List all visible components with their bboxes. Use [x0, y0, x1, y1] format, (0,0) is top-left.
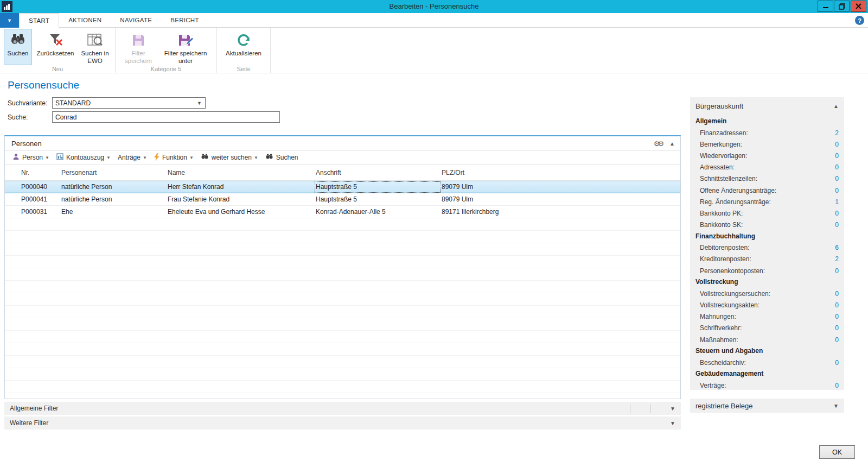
- cell-anschrift[interactable]: Hauptstraße 5: [314, 193, 442, 206]
- table-row[interactable]: P000031 Ehe Eheleute Eva und Gerhard Hes…: [5, 206, 680, 218]
- factbox-item-value-link[interactable]: 6: [835, 244, 839, 251]
- chevron-down-icon[interactable]: ▼: [670, 406, 675, 412]
- table-row[interactable]: P000040 natürliche Person Herr Stefan Ko…: [5, 181, 680, 193]
- factbox-item: Maßnahmen: 0: [690, 334, 844, 345]
- table-row[interactable]: P000041 natürliche Person Frau Stefanie …: [5, 193, 680, 206]
- ribbon-group-seite: Aktualisieren Seite: [217, 28, 271, 73]
- factbox-item-value-link[interactable]: 0: [835, 141, 839, 148]
- antraege-menu-button[interactable]: Anträge ▼: [116, 152, 152, 163]
- divider: [650, 404, 650, 413]
- factbox-item-label: Offene Änderungsanträge:: [700, 187, 835, 194]
- funktion-menu-label: Funktion: [162, 154, 187, 161]
- tab-navigate[interactable]: NAVIGATE: [111, 13, 161, 28]
- cell-anschrift[interactable]: Hauptstraße 5: [314, 181, 442, 193]
- funktion-menu-button[interactable]: Funktion ▼: [152, 152, 199, 163]
- factbox-item-value-link[interactable]: 0: [835, 359, 839, 367]
- cell-anschrift[interactable]: Konrad-Adenauer-Alle 5: [314, 206, 442, 218]
- cell-plz-ort[interactable]: 89079 Ulm: [442, 193, 680, 206]
- factbox-item-value-link[interactable]: 0: [835, 336, 839, 344]
- factbox-item: Bescheidarchiv: 0: [690, 357, 844, 368]
- factbox-item-value-link[interactable]: 1: [835, 198, 839, 206]
- cell-personenart[interactable]: natürliche Person: [61, 181, 168, 193]
- column-header-personenart[interactable]: Personenart: [61, 169, 168, 176]
- filter-speichern-unter-button[interactable]: Filter speichern unter: [158, 29, 213, 65]
- factbox-item-label: Schriftverkehr:: [700, 324, 835, 332]
- column-header-name[interactable]: Name: [168, 169, 314, 176]
- weitere-filter-label: Weitere Filter: [10, 419, 48, 427]
- factbox-item-value-link[interactable]: 0: [835, 313, 839, 320]
- factbox-item: Vollstreckungsersuchen: 0: [690, 288, 844, 299]
- factbox-item-value-link[interactable]: 2: [835, 129, 839, 137]
- suchvariante-label: Suchvariante:: [8, 99, 47, 107]
- weitere-filter-bar[interactable]: Weitere Filter ▼: [4, 416, 681, 430]
- suchen-button[interactable]: Suchen: [4, 29, 32, 65]
- tab-start[interactable]: START: [19, 13, 59, 28]
- settings-gears-icon[interactable]: ⚙⚙: [654, 140, 662, 148]
- factbox-item-value-link[interactable]: 2: [835, 255, 839, 263]
- cell-name[interactable]: Herr Stefan Konrad: [168, 181, 314, 193]
- factbox-item-label: Reg. Änderungsanträge:: [700, 198, 835, 206]
- collapse-chevron-up-icon[interactable]: ▲: [669, 141, 675, 147]
- cell-name[interactable]: Eheleute Eva und Gerhard Hesse: [168, 206, 314, 218]
- cell-personenart[interactable]: Ehe: [61, 206, 168, 218]
- restore-button[interactable]: [834, 1, 850, 12]
- collapse-chevron-up-icon[interactable]: ▲: [833, 103, 839, 109]
- factbox-item-value-link[interactable]: 0: [835, 301, 839, 309]
- factbox-item: Reg. Änderungsanträge: 1: [690, 196, 844, 207]
- cell-name[interactable]: Frau Stefanie Konrad: [168, 193, 314, 206]
- person-menu-button[interactable]: Person ▼: [10, 152, 54, 163]
- factbox-item-value-link[interactable]: 0: [835, 290, 839, 298]
- chevron-down-icon: ▼: [143, 155, 147, 160]
- factbox-item-value-link[interactable]: 0: [835, 324, 839, 332]
- factbox-item-value-link[interactable]: 0: [835, 267, 839, 275]
- suchvariante-select[interactable]: STANDARD ▼: [52, 97, 206, 109]
- column-header-plz-ort[interactable]: PLZ/Ort: [442, 169, 680, 176]
- suche-input[interactable]: Conrad: [52, 111, 280, 123]
- factbox-header[interactable]: Bürgerauskunft ▲: [690, 97, 844, 115]
- factbox-item-label: Vollstreckungsersuchen:: [700, 290, 835, 298]
- column-header-anschrift[interactable]: Anschrift: [314, 169, 442, 176]
- ok-button[interactable]: OK: [819, 445, 855, 459]
- factbox-item-value-link[interactable]: 0: [835, 221, 839, 229]
- chevron-down-icon[interactable]: ▼: [670, 420, 675, 426]
- cell-nr[interactable]: P000031: [5, 206, 61, 218]
- factbox-item-value-link[interactable]: 0: [835, 210, 839, 217]
- personen-panel-header[interactable]: Personen ⚙⚙ ▲: [5, 136, 680, 150]
- save-as-icon: [177, 31, 194, 49]
- factbox-item-label: Bankkonto PK:: [700, 210, 835, 217]
- tab-bericht[interactable]: BERICHT: [161, 13, 208, 28]
- allgemeine-filter-bar[interactable]: Allgemeine Filter ▼: [4, 402, 681, 415]
- cell-plz-ort[interactable]: 89171 Illerkirchberg: [442, 206, 680, 218]
- factbox-item-value-link[interactable]: 0: [835, 382, 839, 389]
- factbox-item-value-link[interactable]: 0: [835, 152, 839, 160]
- application-menu-button[interactable]: ▼: [0, 13, 19, 28]
- cell-plz-ort[interactable]: 89079 Ulm: [442, 181, 680, 193]
- weiter-suchen-menu-button[interactable]: weiter suchen ▼: [199, 152, 263, 163]
- factbox-item-value-link[interactable]: 0: [835, 187, 839, 194]
- aktualisieren-button[interactable]: Aktualisieren: [221, 29, 266, 65]
- close-button[interactable]: [851, 1, 866, 12]
- tab-aktionen[interactable]: AKTIONEN: [59, 13, 111, 28]
- suche-value: Conrad: [55, 113, 76, 121]
- factbox-item-label: Kreditorenposten:: [700, 255, 835, 263]
- chevron-down-icon[interactable]: ▼: [833, 403, 839, 409]
- filter-speichern-label: Filter speichern: [121, 49, 156, 65]
- cell-nr[interactable]: P000041: [5, 193, 61, 206]
- suchen-in-ewo-button[interactable]: Suchen in EWO: [79, 29, 111, 65]
- factbox-item-value-link[interactable]: 0: [835, 163, 839, 171]
- personen-toolbar: Person ▼ Kontoauszug ▼ Anträge ▼ Funktio…: [5, 150, 680, 165]
- registrierte-belege-bar[interactable]: registrierte Belege ▼: [690, 399, 844, 413]
- minimize-button[interactable]: [818, 1, 833, 12]
- column-header-nr[interactable]: Nr.: [5, 169, 61, 176]
- kontoauszug-menu-label: Kontoauszug: [66, 154, 104, 161]
- cell-nr[interactable]: P000040: [5, 181, 61, 193]
- suchen-toolbar-button[interactable]: Suchen: [263, 152, 303, 163]
- help-icon[interactable]: ?: [855, 16, 864, 25]
- cell-personenart[interactable]: natürliche Person: [61, 193, 168, 206]
- personen-panel-title: Personen: [11, 140, 42, 148]
- group-label-neu: Neu: [3, 65, 112, 73]
- zuruecksetzen-button[interactable]: Zurücksetzen: [33, 29, 78, 65]
- kontoauszug-menu-button[interactable]: Kontoauszug ▼: [54, 152, 116, 163]
- factbox-item-label: Maßnahmen:: [700, 336, 835, 344]
- factbox-item-value-link[interactable]: 0: [835, 175, 839, 182]
